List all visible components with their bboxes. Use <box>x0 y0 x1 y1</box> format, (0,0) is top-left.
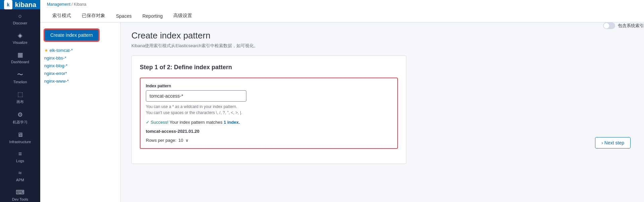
sidebar-item-infrastructure[interactable]: 🖥 Infrastructure <box>0 128 40 147</box>
rows-label: Rows per page: <box>146 138 176 143</box>
hint-line2: You can't use spaces or the characters \… <box>146 110 392 116</box>
dashboard-icon: ▦ <box>17 51 23 59</box>
top-navigation: Management / Kibana 索引模式 已保存对象 Spaces Re… <box>40 0 644 22</box>
sidebar: k kibana ○ Discover ◈ Visualize ▦ Dashbo… <box>0 0 40 202</box>
sidebar-item-timelion[interactable]: 〜 Timelion <box>0 67 40 87</box>
sidebar-item-label: Dev Tools <box>12 197 28 201</box>
list-item[interactable]: nginx-blog-* <box>44 62 116 70</box>
index-pattern-form: Index pattern You can use a * as a wildc… <box>140 78 398 149</box>
apm-icon: ≈ <box>18 170 22 177</box>
tab-saved-objects[interactable]: 已保存对象 <box>76 10 111 22</box>
nav-tabs: 索引模式 已保存对象 Spaces Reporting 高级设置 <box>47 7 637 22</box>
index-list: elk-tomcat-* nginx-bbs-* nginx-blog-* ng… <box>40 46 120 85</box>
page-subtitle: Kibana使用索引模式从Elasticsearch索引中检索数据，如可视化。 <box>131 43 633 49</box>
rows-value[interactable]: 10 <box>178 138 183 143</box>
sidebar-item-label: Logs <box>16 159 24 163</box>
logo: k kibana <box>0 0 40 9</box>
sidebar-item-dashboard[interactable]: ▦ Dashboard <box>0 48 40 67</box>
system-index-toggle-area: 包含系统索引 <box>603 22 644 29</box>
rows-per-page-control: Rows per page: 10 ∨ <box>146 138 392 143</box>
sidebar-item-label: Dashboard <box>11 60 29 64</box>
list-item[interactable]: elk-tomcat-* <box>44 46 116 54</box>
logs-icon: ≡ <box>18 150 22 158</box>
logo-text: kibana <box>15 1 36 9</box>
canvas-icon: ⬚ <box>17 91 23 98</box>
step-title: Step 1 of 2: Define index pattern <box>140 64 398 71</box>
sidebar-item-canvas[interactable]: ⬚ 画布 <box>0 87 40 108</box>
tab-advanced-settings[interactable]: 高级设置 <box>168 10 197 22</box>
form-hint: You can use a * as a wildcard in your in… <box>146 104 392 116</box>
index-pattern-label: Index pattern <box>146 84 392 88</box>
right-panel: 包含系统索引 Create index pattern Kibana使用索引模式… <box>121 22 644 202</box>
list-item[interactable]: nginx-www-* <box>44 77 116 85</box>
visualize-icon: ◈ <box>18 32 22 39</box>
devtools-icon: ⌨ <box>16 189 24 196</box>
breadcrumb-management[interactable]: Management <box>47 2 70 7</box>
page-title: Create index pattern <box>131 30 633 41</box>
timelion-icon: 〜 <box>17 71 23 79</box>
sidebar-item-logs[interactable]: ≡ Logs <box>0 147 40 166</box>
index-pattern-input[interactable] <box>146 90 246 102</box>
main-area: Management / Kibana 索引模式 已保存对象 Spaces Re… <box>40 0 644 202</box>
step-card: Step 1 of 2: Define index pattern Index … <box>131 56 406 164</box>
success-count: 1 index. <box>224 120 240 125</box>
tab-reporting[interactable]: Reporting <box>137 11 168 22</box>
sidebar-item-label: 画布 <box>16 99 24 104</box>
sidebar-item-discover[interactable]: ○ Discover <box>0 9 40 28</box>
sidebar-item-label: Visualize <box>13 40 27 44</box>
sidebar-item-label: APM <box>16 178 24 182</box>
sidebar-item-devtools[interactable]: ⌨ Dev Tools <box>0 185 40 202</box>
content-area: Create index pattern elk-tomcat-* nginx-… <box>40 22 644 202</box>
system-index-label: 包含系统索引 <box>618 23 644 29</box>
ml-icon: ⚙ <box>17 111 23 118</box>
sidebar-item-apm[interactable]: ≈ APM <box>0 166 40 185</box>
tab-spaces[interactable]: Spaces <box>111 11 137 22</box>
success-message: ✓ Success! Your index pattern matches 1 … <box>146 120 392 125</box>
sidebar-item-ml[interactable]: ⚙ 机器学习 <box>0 108 40 128</box>
system-index-toggle[interactable] <box>603 22 615 29</box>
sidebar-item-label: Timelion <box>13 80 27 84</box>
breadcrumb-kibana: Kibana <box>74 2 86 7</box>
rows-dropdown-icon[interactable]: ∨ <box>185 138 189 143</box>
sidebar-item-label: 机器学习 <box>13 120 27 125</box>
breadcrumb: Management / Kibana <box>47 0 637 7</box>
matched-index-name: tomcat-access-2021.01.20 <box>146 129 392 134</box>
next-step-button[interactable]: › Next step <box>595 137 631 148</box>
create-index-pattern-button[interactable]: Create index pattern <box>44 29 99 41</box>
list-item[interactable]: nginx-bbs-* <box>44 54 116 62</box>
discover-icon: ○ <box>18 13 22 20</box>
tab-index-patterns[interactable]: 索引模式 <box>47 10 76 22</box>
sidebar-item-visualize[interactable]: ◈ Visualize <box>0 28 40 48</box>
kibana-logo-icon: k <box>4 0 12 9</box>
success-check-icon: ✓ Success! <box>146 120 168 125</box>
sidebar-item-label: Infrastructure <box>9 140 31 144</box>
success-text: Your index pattern matches <box>170 120 224 125</box>
sidebar-item-label: Discover <box>13 21 27 25</box>
list-item[interactable]: nginx-error* <box>44 70 116 77</box>
left-panel: Create index pattern elk-tomcat-* nginx-… <box>40 22 121 202</box>
hint-line1: You can use a * as a wildcard in your in… <box>146 104 392 110</box>
infrastructure-icon: 🖥 <box>17 131 23 138</box>
